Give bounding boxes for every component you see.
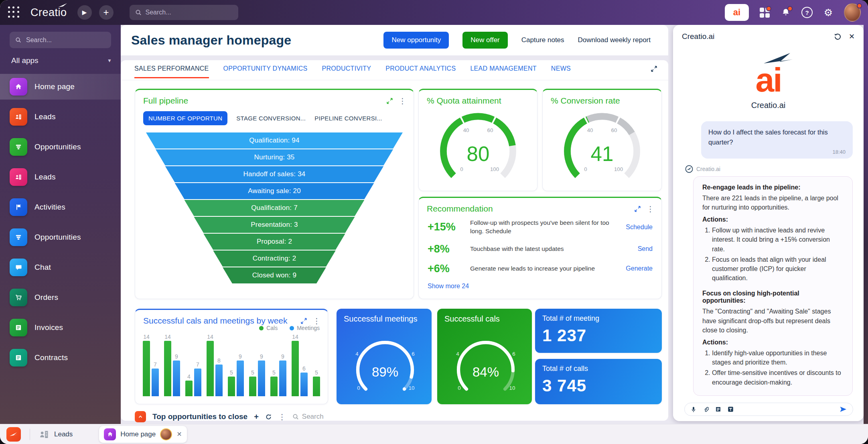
- bar-value-label: 5: [315, 369, 318, 376]
- cals-gauge: 4 6 0 10 84%: [444, 327, 527, 395]
- header-actions: New opportunity New offer Capture notes …: [383, 32, 651, 49]
- capture-notes-button[interactable]: Capture notes: [521, 36, 564, 44]
- tab-opportunity-dynamics[interactable]: OPPORTUNITY DYNAMICS: [223, 65, 308, 78]
- top-right-icons: ai ? ⚙: [725, 0, 861, 25]
- close-tab-icon[interactable]: ✕: [176, 430, 182, 438]
- global-search-input[interactable]: Search...: [130, 5, 238, 20]
- user-avatar[interactable]: [844, 4, 861, 21]
- expand-widget-icon[interactable]: [386, 98, 393, 104]
- svg-text:40: 40: [463, 127, 469, 133]
- creatio-taskbar-logo[interactable]: [6, 427, 21, 442]
- sidebar-item-label: Activities: [34, 203, 65, 212]
- ai-brand-caption: Creatio.ai: [673, 101, 864, 110]
- new-offer-button[interactable]: New offer: [462, 32, 507, 49]
- schedule-link[interactable]: Schedule: [626, 224, 653, 231]
- recommendation-row: +6% Generate new leads to increase your …: [419, 259, 661, 279]
- card-title: Successful meetings: [344, 314, 424, 324]
- app-launcher-icon[interactable]: [8, 6, 20, 18]
- pipeline-tab-number-of-opportunities[interactable]: NUMBER OF OPPORTUN: [143, 111, 227, 125]
- bar-value-label: 5: [251, 369, 254, 376]
- response-list-item: Identify high-value opportunities in the…: [712, 348, 844, 367]
- bar: [270, 377, 278, 396]
- section-menu-icon[interactable]: ⋮: [278, 413, 286, 421]
- text-format-icon[interactable]: [728, 406, 734, 412]
- cals-legend-dot: [259, 326, 264, 330]
- sidebar-item-opportunities[interactable]: Opportunities: [0, 134, 121, 160]
- widget-menu-icon[interactable]: ⋮: [647, 205, 654, 213]
- sidebar-item-contracts[interactable]: Contracts: [0, 345, 121, 371]
- tab-lead-management[interactable]: LEAD MANAGEMENT: [470, 65, 536, 78]
- response-list-item: Offer time-sensitive incentives or disco…: [712, 368, 844, 387]
- svg-text:80: 80: [466, 143, 489, 165]
- attachment-icon[interactable]: [703, 406, 709, 412]
- bar-value-label: 4: [187, 373, 191, 380]
- bar-group: 146: [292, 334, 308, 396]
- all-apps-selector[interactable]: All apps ▼: [11, 56, 112, 65]
- tab-news[interactable]: NEWS: [551, 65, 571, 78]
- send-icon[interactable]: [840, 406, 847, 412]
- widget-menu-icon[interactable]: ⋮: [399, 97, 406, 105]
- expand-widget-icon[interactable]: [634, 206, 641, 212]
- pipeline-tab-stage-conversion[interactable]: STAGE CONVERSION...: [236, 115, 306, 122]
- reset-conversation-icon[interactable]: [834, 33, 842, 41]
- total-calls-value: 3 745: [542, 376, 655, 395]
- bar: [313, 377, 320, 396]
- creatio-ai-button[interactable]: ai: [725, 4, 749, 21]
- settings-gear-icon[interactable]: ⚙: [823, 7, 834, 18]
- tab-product-analytics[interactable]: PRODUCT ANALYTICS: [385, 65, 456, 78]
- bar: [279, 360, 286, 396]
- conversion-gauge: 40 60 0 100 41: [558, 105, 647, 181]
- funnel-stage: Presentation: 3: [194, 217, 355, 233]
- bar-value-label: 14: [207, 334, 213, 340]
- sidebar-item-orders[interactable]: Orders: [0, 285, 121, 310]
- window-edge: [864, 25, 868, 424]
- expand-dashboard-icon[interactable]: [651, 65, 657, 74]
- svg-text:0: 0: [357, 385, 360, 391]
- bar: [143, 341, 150, 396]
- template-icon[interactable]: [715, 406, 721, 412]
- sidebar-item-home-page[interactable]: Home page: [0, 74, 121, 100]
- total-calls-card: Total # of calls 3 745: [535, 359, 662, 404]
- taskbar-tab-home-page[interactable]: Home page ✕: [99, 426, 187, 443]
- refresh-icon[interactable]: [265, 413, 272, 420]
- pipeline-tab-pipeline-conversion[interactable]: PIPELINE CONVERSI...: [314, 115, 382, 122]
- sidebar-item-chat[interactable]: Chat: [0, 255, 121, 280]
- sidebar-item-leads-2[interactable]: Leads: [0, 164, 121, 190]
- bar-value-label: 9: [260, 353, 263, 360]
- full-pipeline-widget: Full pipeline ⋮ NUMBER OF OPPORTUN STAGE…: [135, 89, 414, 299]
- quick-add-button[interactable]: +: [99, 5, 114, 20]
- new-opportunity-button[interactable]: New opportunity: [383, 32, 449, 49]
- sidebar-item-opportunities-2[interactable]: Opportunities: [0, 224, 121, 250]
- home-icon: [104, 428, 116, 440]
- cart-icon: [10, 289, 27, 306]
- svg-text:4: 4: [456, 351, 459, 357]
- tab-productivity[interactable]: PRODUCTIVITY: [322, 65, 371, 78]
- sidebar-item-activities[interactable]: Activities: [0, 194, 121, 220]
- sidebar-item-invoices[interactable]: Invoices: [0, 315, 121, 340]
- taskbar-tab-leads[interactable]: Leads: [39, 429, 73, 440]
- ai-message-input[interactable]: [684, 403, 853, 416]
- close-icon[interactable]: ✕: [849, 32, 855, 41]
- expand-widget-icon[interactable]: [300, 318, 307, 324]
- sidebar-item-leads[interactable]: Leads: [0, 104, 121, 130]
- add-record-button[interactable]: +: [254, 412, 259, 422]
- svg-text:6: 6: [412, 351, 414, 357]
- marketplace-apps-icon[interactable]: [759, 7, 770, 18]
- run-process-button[interactable]: ▶: [77, 5, 92, 20]
- card-title: Successful cals: [444, 314, 525, 324]
- opportunities-search-input[interactable]: Search: [292, 413, 324, 421]
- generate-link[interactable]: Generate: [626, 265, 653, 272]
- show-more-link[interactable]: Show more 24: [428, 283, 469, 289]
- notifications-bell-icon[interactable]: [780, 7, 791, 18]
- sidebar-search-input[interactable]: Search...: [10, 32, 111, 48]
- send-link[interactable]: Send: [638, 245, 653, 253]
- microphone-icon[interactable]: [691, 406, 696, 413]
- svg-text:60: 60: [487, 127, 493, 133]
- recommendation-text: Follow-up with prospects you've been sil…: [470, 219, 620, 236]
- download-weekly-report-button[interactable]: Download weekly report: [578, 36, 651, 44]
- assistant-label-row: Creatio.ai: [685, 165, 864, 173]
- widget-title: % Quota attainment: [427, 96, 501, 106]
- widget-menu-icon[interactable]: ⋮: [313, 317, 320, 325]
- help-icon[interactable]: ?: [801, 7, 813, 18]
- tab-sales-performance[interactable]: SALES PERFORMANCE: [134, 65, 209, 78]
